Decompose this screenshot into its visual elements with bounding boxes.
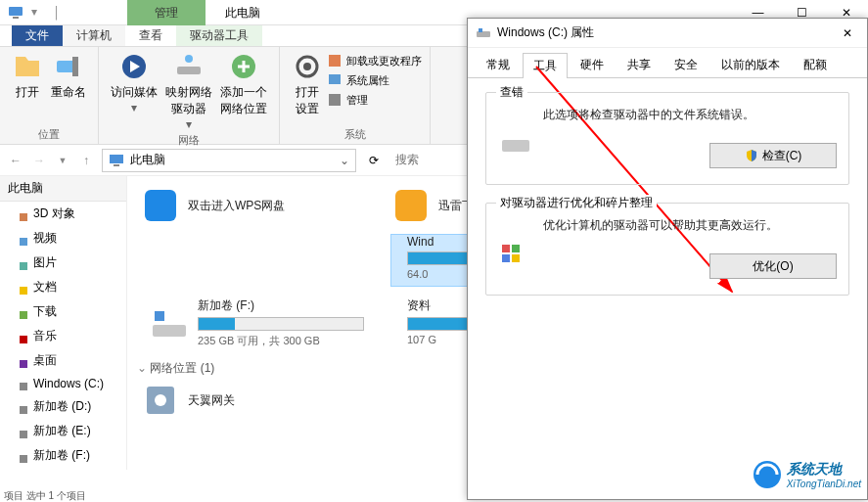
sidebar-icon xyxy=(20,333,27,341)
map-drive-label: 映射网络 驱动器 xyxy=(165,84,212,117)
sidebar-item[interactable]: 新加卷 (E:) xyxy=(0,419,126,443)
network-item[interactable]: 天翼网关 xyxy=(141,381,384,420)
drive-icon xyxy=(476,25,491,41)
contextual-tab-manage: 管理 xyxy=(127,0,206,25)
system-properties-button[interactable]: 系统属性 xyxy=(327,72,422,88)
ribbon-group-network: 访问媒体 ▾ 映射网络 驱动器 ▾ 添加一个 网络位置 网络 xyxy=(99,47,280,144)
usage-bar xyxy=(198,317,364,331)
sidebar-item[interactable]: 图片 xyxy=(0,251,126,275)
sidebar-icon xyxy=(20,235,27,243)
system-properties-label: 系统属性 xyxy=(346,73,389,88)
group-label-network: 网络 xyxy=(107,133,271,148)
svg-rect-1 xyxy=(13,17,19,19)
svg-rect-16 xyxy=(20,213,27,221)
sidebar-item[interactable]: 新加卷 (D:) xyxy=(0,394,126,419)
sidebar-icon xyxy=(20,428,27,435)
dialog-tab[interactable]: 硬件 xyxy=(570,52,615,77)
sidebar-item-label: 桌面 xyxy=(33,352,57,369)
watermark-text-cn: 系统天地 xyxy=(787,461,842,479)
watermark: 系统天地 XiTongTianDi.net xyxy=(752,459,861,490)
tab-file[interactable]: 文件 xyxy=(12,25,63,46)
sidebar-item-label: 图片 xyxy=(33,254,57,271)
recent-dropdown[interactable]: ▼ xyxy=(51,149,74,172)
sidebar-item[interactable]: 下载 xyxy=(0,299,126,324)
svg-rect-13 xyxy=(329,94,341,106)
svg-point-42 xyxy=(155,394,166,406)
defrag-icon xyxy=(500,243,531,266)
qat-dropdown-icon[interactable]: ▾ xyxy=(31,5,47,21)
sidebar-header[interactable]: 此电脑 xyxy=(0,176,126,202)
sidebar-icon xyxy=(20,452,27,460)
rename-button[interactable]: 重命名 xyxy=(51,51,86,125)
svg-rect-24 xyxy=(20,406,27,414)
pc-icon xyxy=(8,5,23,21)
address-dropdown-icon[interactable]: ⌄ xyxy=(340,154,349,167)
check-desc: 此选项将检查驱动器中的文件系统错误。 xyxy=(543,107,837,123)
manage-item-label: 管理 xyxy=(346,93,368,108)
ribbon-group-system: 打开 设置 卸载或更改程序 系统属性 管理 系统 xyxy=(280,47,431,144)
svg-rect-22 xyxy=(20,360,27,368)
dialog-tab[interactable]: 工具 xyxy=(523,53,568,78)
sidebar-icon xyxy=(20,210,27,218)
dialog-tab[interactable]: 以前的版本 xyxy=(710,52,791,77)
svg-rect-18 xyxy=(20,262,27,270)
drive-item[interactable]: 新加卷 (F:)235 GB 可用，共 300 GB xyxy=(141,297,384,348)
svg-point-7 xyxy=(185,55,193,63)
svg-rect-44 xyxy=(479,28,482,32)
sidebar-item[interactable]: Windows (C:) xyxy=(0,373,126,394)
sidebar-item[interactable]: 文档 xyxy=(0,275,126,299)
uninstall-button[interactable]: 卸载或更改程序 xyxy=(327,53,422,68)
sidebar-icon xyxy=(20,308,27,316)
manage-button[interactable]: 管理 xyxy=(327,92,422,108)
svg-rect-23 xyxy=(20,383,27,390)
svg-rect-11 xyxy=(329,55,341,67)
svg-rect-14 xyxy=(110,155,123,163)
svg-rect-37 xyxy=(153,325,186,337)
dialog-tab[interactable]: 配额 xyxy=(793,52,838,77)
open-settings-button[interactable]: 打开 设置 xyxy=(292,51,323,125)
folder-name: 双击进入WPS网盘 xyxy=(188,199,285,212)
sidebar-item[interactable]: 视频 xyxy=(0,226,126,251)
shield-icon xyxy=(745,149,758,162)
forward-button[interactable]: → xyxy=(27,149,51,172)
address-input[interactable]: 此电脑 ⌄ xyxy=(102,149,356,172)
dialog-tab[interactable]: 常规 xyxy=(476,52,521,77)
dialog-tab[interactable]: 安全 xyxy=(663,52,708,77)
tab-drive-tools[interactable]: 驱动器工具 xyxy=(176,25,262,46)
window-title: 此电脑 xyxy=(225,5,260,22)
tab-view[interactable]: 查看 xyxy=(125,25,176,46)
open-button[interactable]: 打开 xyxy=(12,51,43,125)
check-button[interactable]: 检查(C) xyxy=(709,143,837,168)
dialog-close-button[interactable]: ✕ xyxy=(828,19,867,48)
access-media-button[interactable]: 访问媒体 ▾ xyxy=(111,51,158,131)
open-label: 打开 xyxy=(16,84,39,101)
sidebar-item-label: 3D 对象 xyxy=(33,205,75,222)
optimize-desc: 优化计算机的驱动器可以帮助其更高效运行。 xyxy=(543,217,837,234)
back-button[interactable]: ← xyxy=(4,149,27,172)
sidebar-item[interactable]: 3D 对象 xyxy=(0,202,126,226)
sidebar-icon xyxy=(20,357,27,365)
svg-rect-50 xyxy=(512,254,520,262)
sidebar-item[interactable]: 桌面 xyxy=(0,348,126,373)
folder-item[interactable]: 双击进入WPS网盘 xyxy=(141,186,384,225)
refresh-button[interactable]: ⟳ xyxy=(360,149,388,172)
dialog-tab[interactable]: 共享 xyxy=(617,52,662,77)
sidebar-item-label: Windows (C:) xyxy=(33,377,104,390)
sidebar-item-label: 新加卷 (D:) xyxy=(33,398,91,415)
sidebar-item[interactable]: 新加卷 (F:) xyxy=(0,443,126,468)
add-location-button[interactable]: 添加一个 网络位置 xyxy=(220,51,267,131)
tab-computer[interactable]: 计算机 xyxy=(63,25,125,46)
search-box[interactable]: 搜索 xyxy=(388,152,427,168)
svg-rect-26 xyxy=(20,455,27,463)
sidebar-item[interactable]: 音乐 xyxy=(0,324,126,348)
network-section-label: 网络位置 (1) xyxy=(150,361,214,375)
optimize-button[interactable]: 优化(O) xyxy=(709,253,837,279)
sidebar-icon xyxy=(20,380,27,388)
svg-rect-47 xyxy=(502,245,510,252)
watermark-icon xyxy=(752,459,783,490)
properties-dialog: Windows (C:) 属性 ✕ 常规工具硬件共享安全以前的版本配额 查错 此… xyxy=(467,18,868,500)
map-drive-button[interactable]: 映射网络 驱动器 ▾ xyxy=(165,51,212,131)
up-button[interactable]: ↑ xyxy=(74,149,98,172)
ribbon-group-location: 打开 重命名 位置 xyxy=(0,47,99,144)
address-text: 此电脑 xyxy=(130,152,165,168)
